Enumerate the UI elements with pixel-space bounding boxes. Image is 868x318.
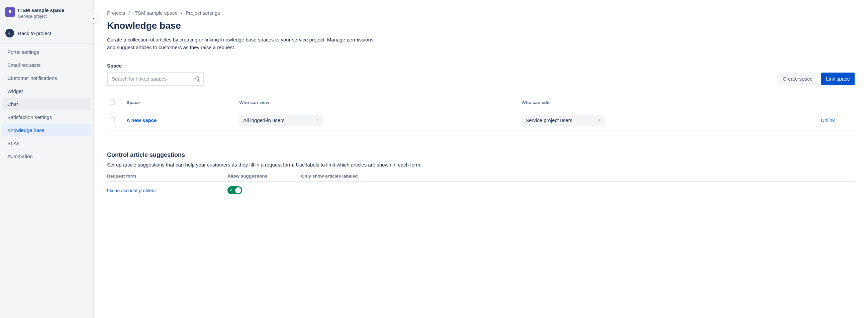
project-subtitle: Service project (18, 14, 64, 19)
project-header: ITSM sample space Service project (0, 4, 93, 25)
chevron-left-icon (91, 17, 95, 21)
breadcrumb-separator: / (128, 10, 130, 16)
suggestion-row: Fix an account problem✓ (107, 182, 855, 200)
suggestions-description: Set up article suggestions that can help… (107, 162, 855, 167)
create-space-button[interactable]: Create space (778, 72, 817, 85)
sidebar-item-automation[interactable]: Automation (2, 150, 91, 162)
chevron-down-icon (597, 118, 602, 122)
back-to-project-button[interactable]: Back to project (0, 25, 93, 41)
who-can-view-select[interactable]: All logged-in users (239, 115, 323, 126)
divider (0, 43, 93, 44)
col-space: Space (124, 96, 237, 109)
sidebar-collapse-button[interactable] (89, 14, 98, 23)
sidebar-item-email-requests[interactable]: Email requests (2, 59, 91, 71)
breadcrumb-item[interactable]: ITSM sample space (133, 10, 178, 16)
linked-spaces-table: Space Who can view Who can edit A new sa… (107, 96, 855, 131)
row-checkbox[interactable] (110, 117, 115, 122)
space-toolbar: Create space Link space (107, 72, 855, 86)
col-labels: Only show articles labeled (301, 173, 358, 179)
space-search-input[interactable] (107, 72, 204, 86)
back-label: Back to project (18, 30, 51, 36)
suggestions-section: Control article suggestions Set up artic… (107, 152, 855, 200)
chevron-down-icon (315, 118, 319, 122)
breadcrumb-item[interactable]: Projects (107, 10, 125, 16)
sidebar-item-portal-settings[interactable]: Portal settings (2, 46, 91, 58)
request-form-link[interactable]: Fix an account problem (107, 188, 156, 193)
project-title: ITSM sample space (18, 7, 64, 13)
check-icon: ✓ (229, 188, 233, 193)
col-request-form: Request form (107, 173, 227, 179)
search-icon (195, 76, 201, 82)
col-view: Who can view (237, 96, 519, 109)
page-description: Curate a collection of articles by creat… (107, 36, 381, 52)
breadcrumb-item[interactable]: Project settings (186, 10, 220, 16)
main-content: Projects / ITSM sample space / Project s… (94, 0, 868, 318)
suggestions-title: Control article suggestions (107, 152, 855, 159)
sidebar-nav: Portal settingsEmail requestsCustomer no… (0, 46, 93, 162)
space-name-link[interactable]: A new sapce (126, 117, 157, 123)
sidebar-item-customer-notifications[interactable]: Customer notifications (2, 72, 91, 84)
unlink-button[interactable]: Unlink (821, 117, 835, 123)
link-space-button[interactable]: Link space (821, 72, 855, 85)
sidebar-item-widget[interactable]: Widget (2, 85, 91, 97)
breadcrumb-separator: / (181, 10, 182, 16)
project-avatar-icon (5, 7, 15, 17)
sidebar-item-satisfaction-settings[interactable]: Satisfaction settings (2, 111, 91, 123)
back-arrow-icon (5, 29, 14, 37)
col-edit: Who can edit (519, 96, 801, 109)
space-search-box (107, 72, 204, 86)
select-all-checkbox[interactable] (110, 99, 115, 105)
space-section-label: Space (107, 63, 855, 68)
breadcrumb: Projects / ITSM sample space / Project s… (107, 10, 855, 16)
suggestions-header: Request form Allow suggestions Only show… (107, 173, 855, 182)
who-can-edit-select[interactable]: Service project users (522, 115, 605, 126)
sidebar: ITSM sample space Service project Back t… (0, 0, 94, 318)
col-allow: Allow suggestions (227, 173, 301, 179)
sidebar-item-chat[interactable]: Chat (2, 98, 91, 110)
sidebar-item-knowledge-base[interactable]: Knowledge base (2, 124, 91, 136)
table-row: A new sapceAll logged-in usersService pr… (107, 109, 855, 131)
sidebar-item-slas[interactable]: SLAs (2, 137, 91, 150)
page-title: Knowledge base (107, 21, 855, 31)
allow-suggestions-toggle[interactable]: ✓ (227, 186, 242, 194)
